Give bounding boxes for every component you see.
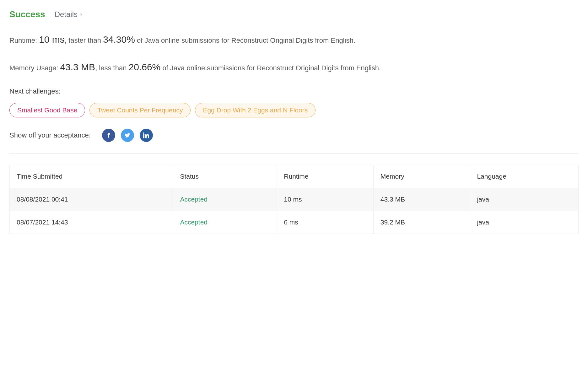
col-memory: Memory	[373, 165, 470, 188]
next-challenges-label: Next challenges:	[9, 87, 579, 95]
challenge-pill[interactable]: Egg Drop With 2 Eggs and N Floors	[195, 103, 316, 117]
status-success: Success	[9, 9, 45, 19]
runtime-comma: , faster than	[65, 36, 103, 44]
col-language: Language	[470, 165, 579, 188]
share-icons	[102, 129, 153, 142]
divider	[9, 153, 579, 154]
details-label: Details	[55, 10, 78, 19]
share-row: Show off your acceptance:	[9, 129, 579, 142]
cell-time: 08/07/2021 14:43	[10, 211, 173, 234]
challenge-pills: Smallest Good Base Tweet Counts Per Freq…	[9, 103, 579, 117]
cell-language: java	[470, 188, 579, 211]
cell-memory: 39.2 MB	[373, 211, 470, 234]
runtime-tail: of Java online submissions for Reconstru…	[135, 36, 355, 44]
runtime-percent: 34.30%	[103, 34, 135, 45]
cell-runtime: 10 ms	[277, 188, 374, 211]
col-status: Status	[173, 165, 277, 188]
submissions-table: Time Submitted Status Runtime Memory Lan…	[9, 165, 579, 234]
cell-language: java	[470, 211, 579, 234]
challenge-pill[interactable]: Smallest Good Base	[9, 103, 85, 117]
cell-status[interactable]: Accepted	[173, 211, 277, 234]
runtime-line: Runtime: 10 ms, faster than 34.30% of Ja…	[9, 32, 579, 47]
cell-memory: 43.3 MB	[373, 188, 470, 211]
facebook-icon[interactable]	[102, 129, 115, 142]
col-time: Time Submitted	[10, 165, 173, 188]
memory-tail: of Java online submissions for Reconstru…	[160, 64, 381, 72]
cell-runtime: 6 ms	[277, 211, 374, 234]
memory-comma: , less than	[95, 64, 128, 72]
memory-line: Memory Usage: 43.3 MB, less than 20.66% …	[9, 60, 579, 75]
col-runtime: Runtime	[277, 165, 374, 188]
details-link[interactable]: Details ›	[55, 10, 82, 19]
cell-status[interactable]: Accepted	[173, 188, 277, 211]
linkedin-icon[interactable]	[140, 129, 153, 142]
result-header: Success Details ›	[9, 9, 579, 19]
runtime-label: Runtime:	[9, 36, 39, 44]
share-label: Show off your acceptance:	[9, 131, 91, 139]
memory-label: Memory Usage:	[9, 64, 60, 72]
table-row[interactable]: 08/07/2021 14:43 Accepted 6 ms 39.2 MB j…	[10, 211, 579, 234]
chevron-right-icon: ›	[80, 11, 82, 18]
runtime-value: 10 ms	[39, 34, 65, 45]
table-row[interactable]: 08/08/2021 00:41 Accepted 10 ms 43.3 MB …	[10, 188, 579, 211]
table-header-row: Time Submitted Status Runtime Memory Lan…	[10, 165, 579, 188]
memory-percent: 20.66%	[129, 62, 161, 72]
twitter-icon[interactable]	[121, 129, 134, 142]
cell-time: 08/08/2021 00:41	[10, 188, 173, 211]
challenge-pill[interactable]: Tweet Counts Per Frequency	[89, 103, 191, 117]
memory-value: 43.3 MB	[60, 62, 95, 72]
